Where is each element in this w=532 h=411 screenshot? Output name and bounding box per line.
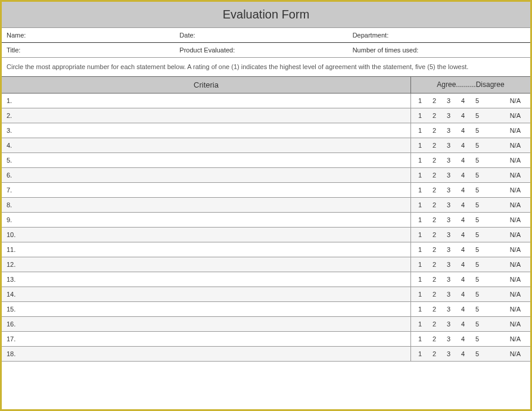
scale-option-na[interactable]: N/A	[510, 186, 521, 194]
scale-option-3[interactable]: 3	[444, 231, 453, 238]
scale-option-2[interactable]: 2	[430, 127, 438, 134]
scale-option-1[interactable]: 1	[416, 186, 424, 194]
scale-option-na[interactable]: N/A	[510, 142, 521, 149]
scale-option-2[interactable]: 2	[430, 350, 438, 357]
scale-option-5[interactable]: 5	[473, 335, 481, 342]
scale-option-3[interactable]: 3	[444, 276, 453, 283]
scale-option-5[interactable]: 5	[473, 261, 481, 268]
scale-option-4[interactable]: 4	[459, 186, 467, 194]
scale-option-2[interactable]: 2	[430, 216, 438, 223]
scale-option-3[interactable]: 3	[444, 320, 453, 328]
scale-option-3[interactable]: 3	[444, 142, 453, 149]
scale-option-2[interactable]: 2	[430, 186, 438, 194]
scale-option-4[interactable]: 4	[459, 231, 467, 238]
scale-option-na[interactable]: N/A	[510, 350, 521, 357]
scale-option-1[interactable]: 1	[416, 216, 424, 223]
scale-option-3[interactable]: 3	[444, 261, 453, 268]
scale-option-3[interactable]: 3	[444, 350, 453, 357]
scale-option-3[interactable]: 3	[444, 157, 453, 164]
scale-option-na[interactable]: N/A	[510, 112, 521, 119]
scale-option-1[interactable]: 1	[416, 335, 424, 342]
scale-option-2[interactable]: 2	[430, 112, 438, 119]
scale-option-3[interactable]: 3	[444, 335, 453, 342]
scale-option-5[interactable]: 5	[473, 127, 481, 134]
scale-option-4[interactable]: 4	[459, 172, 467, 179]
scale-option-2[interactable]: 2	[430, 306, 438, 313]
scale-option-5[interactable]: 5	[473, 172, 481, 179]
scale-option-2[interactable]: 2	[430, 261, 438, 268]
scale-option-3[interactable]: 3	[444, 216, 453, 223]
scale-option-1[interactable]: 1	[416, 306, 424, 313]
scale-option-1[interactable]: 1	[416, 142, 424, 149]
scale-option-2[interactable]: 2	[430, 320, 438, 328]
scale-option-4[interactable]: 4	[459, 320, 467, 328]
scale-option-na[interactable]: N/A	[510, 291, 521, 298]
scale-option-1[interactable]: 1	[416, 157, 424, 164]
scale-option-3[interactable]: 3	[444, 291, 453, 298]
scale-option-1[interactable]: 1	[416, 261, 424, 268]
scale-option-5[interactable]: 5	[473, 142, 481, 149]
scale-option-1[interactable]: 1	[416, 201, 424, 208]
scale-option-2[interactable]: 2	[430, 97, 438, 104]
scale-option-4[interactable]: 4	[459, 246, 467, 253]
scale-option-5[interactable]: 5	[473, 216, 481, 223]
scale-option-2[interactable]: 2	[430, 201, 438, 208]
scale-option-3[interactable]: 3	[444, 127, 453, 134]
scale-option-3[interactable]: 3	[444, 246, 453, 253]
scale-option-5[interactable]: 5	[473, 246, 481, 253]
scale-option-4[interactable]: 4	[459, 157, 467, 164]
scale-option-1[interactable]: 1	[416, 231, 424, 238]
scale-option-2[interactable]: 2	[430, 291, 438, 298]
scale-option-5[interactable]: 5	[473, 291, 481, 298]
scale-option-2[interactable]: 2	[430, 157, 438, 164]
scale-option-3[interactable]: 3	[444, 306, 453, 313]
scale-option-5[interactable]: 5	[473, 276, 481, 283]
scale-option-5[interactable]: 5	[473, 201, 481, 208]
scale-option-2[interactable]: 2	[430, 335, 438, 342]
scale-option-1[interactable]: 1	[416, 276, 424, 283]
scale-option-5[interactable]: 5	[473, 320, 481, 328]
scale-option-5[interactable]: 5	[473, 231, 481, 238]
scale-option-3[interactable]: 3	[444, 201, 453, 208]
scale-option-na[interactable]: N/A	[510, 201, 521, 208]
scale-option-4[interactable]: 4	[459, 261, 467, 268]
scale-option-5[interactable]: 5	[473, 186, 481, 194]
scale-option-2[interactable]: 2	[430, 172, 438, 179]
scale-option-4[interactable]: 4	[459, 276, 467, 283]
scale-option-4[interactable]: 4	[459, 291, 467, 298]
scale-option-na[interactable]: N/A	[510, 335, 521, 342]
scale-option-1[interactable]: 1	[416, 97, 424, 104]
scale-option-4[interactable]: 4	[459, 306, 467, 313]
scale-option-3[interactable]: 3	[444, 97, 453, 104]
scale-option-2[interactable]: 2	[430, 231, 438, 238]
scale-option-1[interactable]: 1	[416, 246, 424, 253]
scale-option-na[interactable]: N/A	[510, 157, 521, 164]
scale-option-4[interactable]: 4	[459, 127, 467, 134]
scale-option-4[interactable]: 4	[459, 350, 467, 357]
scale-option-na[interactable]: N/A	[510, 246, 521, 253]
scale-option-1[interactable]: 1	[416, 172, 424, 179]
scale-option-3[interactable]: 3	[444, 172, 453, 179]
scale-option-4[interactable]: 4	[459, 142, 467, 149]
scale-option-5[interactable]: 5	[473, 97, 481, 104]
scale-option-na[interactable]: N/A	[510, 306, 521, 313]
scale-option-na[interactable]: N/A	[510, 276, 521, 283]
scale-option-1[interactable]: 1	[416, 112, 424, 119]
scale-option-4[interactable]: 4	[459, 201, 467, 208]
scale-option-2[interactable]: 2	[430, 142, 438, 149]
scale-option-5[interactable]: 5	[473, 306, 481, 313]
scale-option-1[interactable]: 1	[416, 320, 424, 328]
scale-option-1[interactable]: 1	[416, 291, 424, 298]
scale-option-5[interactable]: 5	[473, 350, 481, 357]
scale-option-2[interactable]: 2	[430, 276, 438, 283]
scale-option-4[interactable]: 4	[459, 97, 467, 104]
scale-option-1[interactable]: 1	[416, 350, 424, 357]
scale-option-4[interactable]: 4	[459, 335, 467, 342]
scale-option-5[interactable]: 5	[473, 112, 481, 119]
scale-option-na[interactable]: N/A	[510, 172, 521, 179]
scale-option-na[interactable]: N/A	[510, 216, 521, 223]
scale-option-1[interactable]: 1	[416, 127, 424, 134]
scale-option-na[interactable]: N/A	[510, 127, 521, 134]
scale-option-na[interactable]: N/A	[510, 261, 521, 268]
scale-option-na[interactable]: N/A	[510, 231, 521, 238]
